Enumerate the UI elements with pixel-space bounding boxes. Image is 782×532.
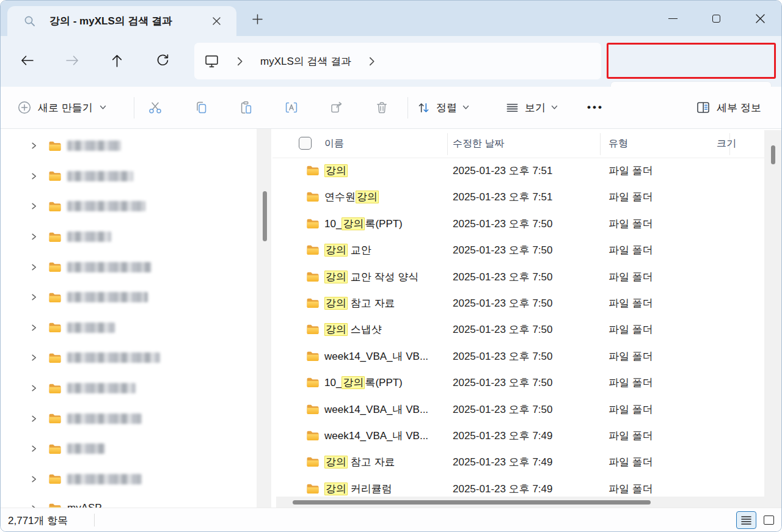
maximize-button[interactable] xyxy=(702,1,730,36)
table-row[interactable]: week14_VBA_내 VB... 2025-01-23 오후 7:50 파일… xyxy=(272,344,764,370)
sidebar-item[interactable] xyxy=(1,131,257,161)
file-name[interactable]: 강의 커리큘럼 xyxy=(324,482,392,496)
tab-close-button[interactable] xyxy=(208,13,224,29)
file-name[interactable]: 강의 교안 작성 양식 xyxy=(324,270,418,284)
redacted-folder-name xyxy=(67,140,121,151)
copy-button[interactable] xyxy=(187,94,215,121)
view-button[interactable]: 보기 xyxy=(505,101,558,115)
sidebar-item[interactable] xyxy=(1,464,257,495)
select-all-checkbox[interactable] xyxy=(299,137,312,150)
share-button[interactable] xyxy=(323,94,351,121)
new-tab-button[interactable] xyxy=(249,11,266,27)
file-name[interactable]: 강의 교안 xyxy=(324,243,371,257)
refresh-button[interactable] xyxy=(150,48,175,73)
chevron-right-icon[interactable] xyxy=(30,142,38,150)
back-button[interactable] xyxy=(15,48,39,73)
file-name[interactable]: 강의 xyxy=(324,164,348,178)
table-row[interactable]: 강의 교안 2025-01-23 오후 7:50 파일 폴더 xyxy=(272,238,764,264)
chevron-right-icon[interactable] xyxy=(30,263,38,271)
chevron-right-icon[interactable] xyxy=(30,384,38,392)
file-name[interactable]: 10_강의록(PPT) xyxy=(324,376,403,390)
table-row[interactable]: 강의 2025-01-23 오후 7:51 파일 폴더 xyxy=(272,158,764,184)
command-toolbar: 새로 만들기 정렬 보기 xyxy=(1,87,781,129)
paste-button[interactable] xyxy=(232,94,260,121)
column-header-date[interactable]: 수정한 날짜 xyxy=(453,137,504,150)
sidebar-item[interactable] xyxy=(1,161,257,192)
forward-button[interactable] xyxy=(60,48,84,73)
sidebar-scrollbar-thumb[interactable] xyxy=(263,191,267,241)
chevron-right-icon[interactable] xyxy=(236,57,243,66)
horizontal-scrollbar-thumb[interactable] xyxy=(293,500,651,505)
table-row[interactable]: week14_VBA_내 VB... 2025-01-23 오후 7:49 파일… xyxy=(272,423,764,450)
redacted-folder-name xyxy=(67,201,145,211)
chevron-right-icon[interactable] xyxy=(30,354,38,362)
new-button[interactable]: 새로 만들기 xyxy=(18,101,106,115)
chevron-right-icon[interactable] xyxy=(30,445,38,453)
sort-button[interactable]: 정렬 xyxy=(417,101,469,115)
chevron-right-icon[interactable] xyxy=(30,415,38,423)
column-header-type[interactable]: 유형 xyxy=(608,137,628,150)
chevron-right-icon[interactable] xyxy=(30,475,38,483)
column-header-name[interactable]: 이름 xyxy=(324,137,344,150)
chevron-right-icon[interactable] xyxy=(30,202,38,210)
rename-button[interactable] xyxy=(277,94,305,121)
file-name[interactable]: 강의 참고 자료 xyxy=(324,455,395,469)
table-row[interactable]: 연수원강의 2025-01-23 오후 7:51 파일 폴더 xyxy=(272,184,764,211)
minimize-button[interactable] xyxy=(659,1,687,36)
vertical-scrollbar[interactable] xyxy=(764,130,782,508)
chevron-right-icon[interactable] xyxy=(30,293,38,301)
chevron-right-icon[interactable] xyxy=(368,57,375,66)
cut-button[interactable] xyxy=(141,94,169,121)
breadcrumb-path[interactable]: myXLS의 검색 결과 xyxy=(260,54,351,68)
column-separator[interactable] xyxy=(600,133,601,155)
table-row[interactable]: 10_강의록(PPT) 2025-01-23 오후 7:50 파일 폴더 xyxy=(272,370,764,396)
file-name[interactable]: week14_VBA_내 VB... xyxy=(324,349,428,363)
sidebar-item[interactable] xyxy=(1,343,257,373)
more-options-button[interactable]: ••• xyxy=(587,101,604,114)
details-view-toggle[interactable] xyxy=(736,511,756,529)
search-highlight: 강의 xyxy=(324,164,348,177)
table-row[interactable]: week14_VBA_내 VB... 2025-01-23 오후 7:50 파일… xyxy=(272,397,764,423)
horizontal-scrollbar[interactable] xyxy=(276,497,764,508)
sidebar-item[interactable] xyxy=(1,252,257,282)
this-pc-icon[interactable] xyxy=(204,54,219,69)
folder-icon xyxy=(48,231,62,242)
sidebar-item[interactable] xyxy=(1,373,257,404)
sidebar-item[interactable] xyxy=(1,403,257,434)
folder-icon xyxy=(306,218,320,229)
table-row[interactable]: 10_강의록(PPT) 2025-01-23 오후 7:50 파일 폴더 xyxy=(272,211,764,238)
file-name[interactable]: 강의 스냅샷 xyxy=(324,322,382,337)
sidebar-item[interactable] xyxy=(1,313,257,343)
file-date-modified: 2025-01-23 오후 7:50 xyxy=(453,349,553,363)
chevron-right-icon[interactable] xyxy=(30,172,38,180)
chevron-right-icon[interactable] xyxy=(30,324,38,332)
table-row[interactable]: 강의 커리큘럼 2025-01-23 오후 7:49 파일 폴더 xyxy=(272,476,764,497)
up-button[interactable] xyxy=(104,48,129,73)
sidebar-item[interactable] xyxy=(1,282,257,313)
table-row[interactable]: 강의 스냅샷 2025-01-23 오후 7:50 파일 폴더 xyxy=(272,317,764,343)
chevron-right-icon[interactable] xyxy=(30,233,38,241)
sidebar-scrollbar[interactable] xyxy=(257,129,271,508)
file-name[interactable]: 연수원강의 xyxy=(324,190,379,204)
sidebar-item[interactable] xyxy=(1,434,257,464)
file-name[interactable]: week14_VBA_내 VB... xyxy=(324,403,428,417)
column-header-size[interactable]: 크기 xyxy=(717,137,736,150)
sidebar-item[interactable] xyxy=(1,222,257,252)
file-name[interactable]: 강의 참고 자료 xyxy=(324,296,395,310)
sort-button-label: 정렬 xyxy=(436,101,457,115)
close-button[interactable] xyxy=(746,1,774,36)
explorer-tab[interactable]: 강의 - myXLS의 검색 결과 xyxy=(7,6,236,36)
column-separator[interactable] xyxy=(447,133,448,155)
file-name[interactable]: 10_강의록(PPT) xyxy=(324,217,403,231)
item-count: 2,771개 항목 xyxy=(8,514,68,528)
file-name[interactable]: week14_VBA_내 VB... xyxy=(324,429,428,443)
vertical-scrollbar-thumb[interactable] xyxy=(771,145,775,164)
table-row[interactable]: 강의 참고 자료 2025-01-23 오후 7:49 파일 폴더 xyxy=(272,450,764,476)
details-pane-button[interactable]: 세부 정보 xyxy=(696,101,761,115)
breadcrumb[interactable]: myXLS의 검색 결과 xyxy=(194,43,601,79)
delete-button[interactable] xyxy=(368,94,396,121)
table-row[interactable]: 강의 참고 자료 2025-01-23 오후 7:50 파일 폴더 xyxy=(272,291,764,317)
table-row[interactable]: 강의 교안 작성 양식 2025-01-23 오후 7:50 파일 폴더 xyxy=(272,264,764,291)
sidebar-item[interactable] xyxy=(1,191,257,222)
large-icons-view-toggle[interactable] xyxy=(759,511,778,529)
